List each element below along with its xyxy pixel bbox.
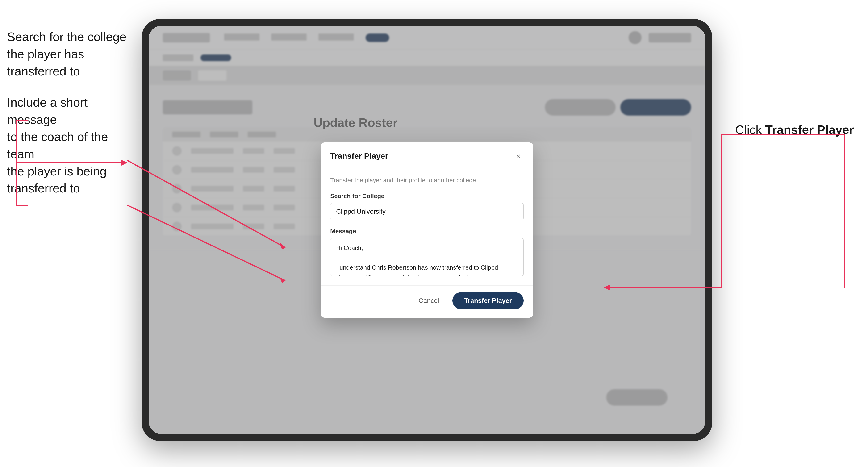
app-screen: Update Roster Transfer Player × Transfer… xyxy=(149,26,705,434)
annotation-click: Click Transfer Player xyxy=(735,123,854,137)
tablet-screen: Update Roster Transfer Player × Transfer… xyxy=(149,26,705,434)
annotation-search: Search for the college the player has tr… xyxy=(7,28,130,197)
tablet-frame: Update Roster Transfer Player × Transfer… xyxy=(142,19,712,441)
search-college-input[interactable] xyxy=(330,203,524,220)
cancel-button[interactable]: Cancel xyxy=(412,293,445,308)
modal-close-button[interactable]: × xyxy=(513,151,524,161)
modal-overlay: Transfer Player × Transfer the player an… xyxy=(149,26,705,434)
modal-subtitle: Transfer the player and their profile to… xyxy=(330,177,524,184)
modal-title: Transfer Player xyxy=(330,151,388,161)
message-textarea[interactable]: Hi Coach, I understand Chris Robertson h… xyxy=(330,238,524,276)
transfer-player-modal: Transfer Player × Transfer the player an… xyxy=(321,143,533,318)
search-college-label: Search for College xyxy=(330,192,524,200)
close-icon: × xyxy=(516,152,521,160)
modal-footer: Cancel Transfer Player xyxy=(321,285,533,318)
transfer-player-button[interactable]: Transfer Player xyxy=(453,292,524,309)
modal-body: Transfer the player and their profile to… xyxy=(321,168,533,285)
modal-header: Transfer Player × xyxy=(321,143,533,168)
message-label: Message xyxy=(330,228,524,235)
